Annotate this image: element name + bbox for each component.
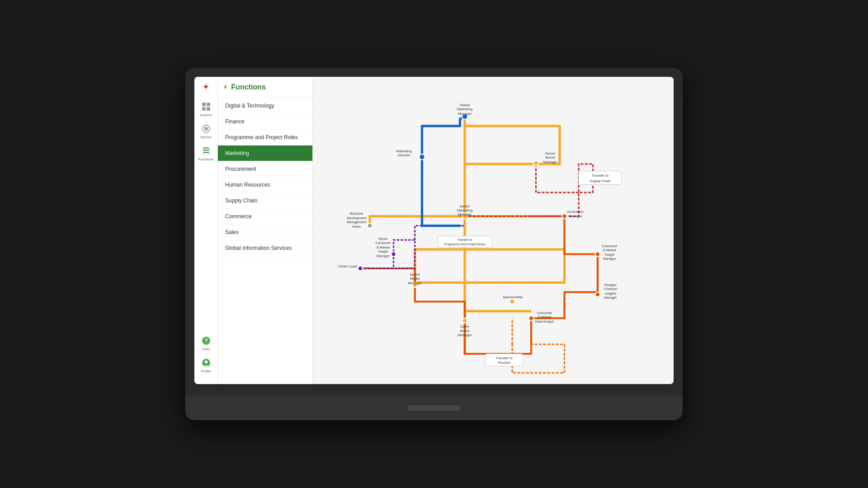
svg-text:Senior: Senior [545, 151, 556, 155]
svg-text:Shopper: Shopper [604, 283, 617, 287]
svg-text:Marketing: Marketing [396, 149, 412, 153]
svg-text:Innovation: Innovation [567, 210, 584, 214]
node-senior-consumer[interactable] [391, 252, 396, 257]
laptop-frame: ✦ Explore [185, 68, 683, 420]
node-senior-brand[interactable] [533, 161, 538, 166]
node-innovation[interactable] [562, 214, 567, 219]
svg-text:Manager: Manager [543, 160, 557, 164]
svg-text:Business: Business [350, 211, 363, 216]
svg-text:Manager: Manager [603, 257, 616, 261]
svg-text:Global: Global [460, 103, 470, 107]
svg-text:Manager: Manager [568, 214, 582, 218]
svg-text:Insights: Insights [605, 291, 617, 296]
svg-text:& Market: & Market [377, 245, 390, 249]
svg-text:Manager: Manager [458, 212, 472, 216]
svg-text:/Channel: /Channel [604, 287, 618, 291]
function-item-programme[interactable]: Programme and Project Roles [218, 130, 312, 145]
node-consumer-insight[interactable] [595, 252, 600, 257]
laptop-screen: ✦ Explore [194, 77, 674, 384]
main-content: Global Marketing Manager Marketing Direc… [313, 77, 674, 384]
svg-text:Marketing: Marketing [457, 208, 473, 212]
svg-rect-2 [202, 107, 206, 111]
svg-text:Consumer: Consumer [602, 244, 617, 248]
svg-text:Supply Chain: Supply Chain [590, 179, 611, 183]
svg-point-5 [204, 127, 208, 131]
icon-sidebar: ✦ Explore [194, 77, 218, 384]
svg-rect-3 [207, 107, 210, 111]
function-item-digital[interactable]: Digital & Technology [218, 98, 312, 114]
svg-rect-10 [313, 79, 674, 382]
close-icon[interactable]: × [223, 83, 227, 91]
svg-rect-1 [207, 103, 210, 106]
nav-item-profile[interactable]: Profile [195, 357, 217, 373]
svg-text:Senior: Senior [460, 204, 470, 208]
svg-rect-0 [202, 103, 206, 106]
svg-text:& Market: & Market [538, 315, 551, 319]
node-marketing-director[interactable] [419, 154, 425, 160]
laptop-base [185, 395, 683, 420]
svg-text:Senior: Senior [378, 237, 388, 241]
svg-text:Transfer to: Transfer to [495, 356, 513, 360]
svg-text:?: ? [204, 338, 208, 344]
nav-item-explore[interactable]: Explore [195, 101, 217, 117]
nav-label-stories: Stories [200, 135, 212, 139]
function-item-hr[interactable]: Human Resources [218, 177, 312, 193]
functions-title: Functions [231, 83, 265, 91]
nav-item-stories[interactable]: Stories [195, 123, 217, 139]
node-cdau[interactable] [358, 266, 363, 271]
svg-text:Roles: Roles [352, 225, 361, 229]
app-container: ✦ Explore [194, 77, 674, 384]
svg-text:Data Analyst: Data Analyst [535, 319, 554, 324]
functions-panel: × Functions Digital & Technology Finance… [218, 77, 313, 384]
svg-text:CDAU Lead: CDAU Lead [338, 264, 357, 268]
function-item-commerce[interactable]: Commerce [218, 209, 312, 225]
svg-text:& Market: & Market [603, 248, 616, 252]
svg-text:Manager: Manager [377, 254, 390, 258]
function-item-sales[interactable]: Sales [218, 225, 312, 240]
svg-text:Insight: Insight [604, 253, 614, 257]
svg-text:Transfer to: Transfer to [591, 174, 609, 178]
app-logo[interactable]: ✦ [195, 81, 217, 92]
svg-text:Brand: Brand [460, 329, 470, 333]
svg-text:Manager: Manager [408, 281, 422, 285]
svg-text:Director: Director [398, 153, 410, 157]
svg-text:Sponsorship: Sponsorship [503, 295, 523, 299]
svg-text:Marketing: Marketing [457, 107, 473, 111]
nav-item-help[interactable]: ? Help [195, 335, 217, 351]
svg-text:Consumer: Consumer [537, 311, 552, 315]
svg-text:Programme and Project Roles: Programme and Project Roles [444, 243, 486, 246]
svg-text:Manager: Manager [458, 333, 472, 337]
nav-item-functions[interactable]: Functions [195, 145, 217, 161]
metro-map: Global Marketing Manager Marketing Direc… [313, 77, 674, 384]
function-item-supply[interactable]: Supply Chain [218, 193, 312, 209]
svg-text:Management: Management [347, 220, 366, 224]
nav-label-profile: Profile [201, 369, 211, 373]
svg-text:Consumer: Consumer [375, 241, 391, 245]
function-item-finance[interactable]: Finance [218, 114, 312, 130]
svg-text:Finance: Finance [498, 361, 511, 365]
svg-text:Brand: Brand [546, 155, 555, 160]
node-shopper[interactable] [595, 292, 600, 297]
node-junior-brand[interactable] [462, 318, 467, 323]
functions-list: Digital & Technology Finance Programme a… [218, 98, 312, 256]
node-consumer-data[interactable] [529, 316, 534, 321]
nav-label-functions: Functions [198, 157, 214, 161]
nav-label-help: Help [202, 347, 209, 351]
laptop-notch [407, 405, 461, 411]
svg-text:Insight: Insight [378, 249, 388, 253]
svg-text:Media: Media [410, 277, 420, 281]
function-item-marketing[interactable]: Marketing [218, 145, 312, 161]
svg-text:Junior: Junior [460, 324, 470, 328]
functions-header: × Functions [218, 77, 312, 98]
svg-point-9 [205, 361, 208, 363]
function-item-procurement[interactable]: Procurement [218, 161, 312, 177]
svg-text:Development: Development [347, 216, 366, 220]
svg-text:Transfer to: Transfer to [458, 238, 472, 241]
function-item-gis[interactable]: Global Information Services [218, 240, 312, 256]
node-business-dev[interactable] [368, 223, 373, 228]
node-sponsorship[interactable] [510, 299, 515, 304]
svg-text:Manager: Manager [458, 112, 472, 116]
svg-text:Senior: Senior [410, 272, 420, 277]
nav-label-explore: Explore [200, 113, 212, 117]
svg-text:Manager: Manager [604, 296, 617, 300]
